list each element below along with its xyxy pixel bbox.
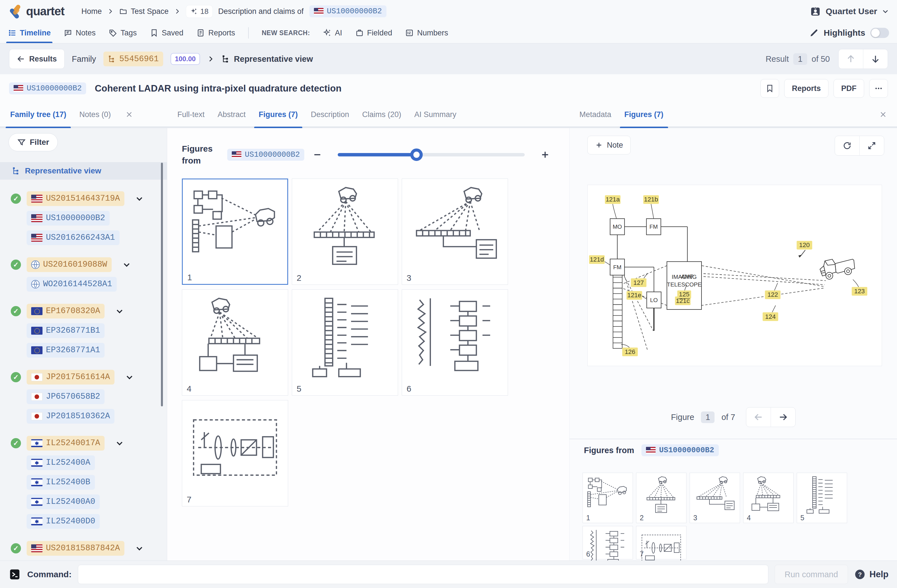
figure-thumbnail-5[interactable]: 5 bbox=[292, 289, 398, 396]
tab-abstract[interactable]: Abstract bbox=[217, 110, 246, 119]
doc-id-pill[interactable]: US10000000B2 bbox=[9, 83, 86, 94]
figure-thumbnail-1[interactable]: 1 bbox=[182, 179, 288, 285]
breadcrumb-home[interactable]: Home bbox=[81, 7, 102, 16]
patent-id-pill[interactable]: IL252400D0 bbox=[27, 514, 100, 529]
nav-fielded[interactable]: Fielded bbox=[355, 23, 392, 43]
figure-thumbnail-6[interactable]: 6 bbox=[402, 289, 508, 396]
zoom-out-icon[interactable] bbox=[312, 150, 322, 160]
tab-figures-right[interactable]: Figures (7) bbox=[625, 110, 664, 119]
add-note-button[interactable]: Note bbox=[587, 136, 631, 155]
nav-ai-search[interactable]: AI bbox=[323, 23, 342, 43]
figure-thumbnail-4[interactable]: 4 bbox=[182, 289, 288, 396]
fullscreen-button[interactable] bbox=[860, 136, 884, 155]
back-to-results-button[interactable]: Results bbox=[9, 49, 64, 69]
sidebar-scrollbar[interactable] bbox=[161, 163, 163, 406]
reports-button[interactable]: Reports bbox=[784, 79, 828, 98]
flag-eu-icon bbox=[31, 346, 43, 354]
patent-id-pill[interactable]: IL252400B bbox=[27, 475, 95, 490]
pdf-button[interactable]: PDF bbox=[834, 79, 864, 98]
patent-id-pill[interactable]: US2016266243A1 bbox=[27, 230, 119, 245]
viewer-thumbnail-1[interactable]: 1 bbox=[583, 473, 633, 523]
thumbnail-size-slider[interactable] bbox=[338, 153, 525, 156]
figure-thumbnail-7[interactable]: 7 bbox=[182, 400, 288, 506]
patent-id-pill[interactable]: EP3268771A1 bbox=[27, 343, 104, 358]
previous-result-button[interactable] bbox=[839, 49, 863, 69]
patent-id-pill[interactable]: IL252400A0 bbox=[27, 495, 100, 509]
close-right-panel-icon[interactable] bbox=[879, 111, 887, 118]
viewer-thumbnail-5[interactable]: 5 bbox=[797, 473, 847, 523]
viewer-thumbnail-4[interactable]: 4 bbox=[743, 473, 794, 523]
search-count-pill[interactable]: 18 bbox=[186, 5, 213, 18]
chevron-down-icon[interactable] bbox=[125, 373, 134, 381]
figure-thumbnail-3[interactable]: 3 bbox=[402, 179, 508, 285]
figures-panel: Figures from US10000000B2 1234567 bbox=[167, 128, 569, 560]
figures-from-label: Figures from bbox=[182, 143, 219, 167]
patent-id-pill[interactable]: US201815887842A bbox=[27, 541, 124, 556]
patent-id-pill[interactable]: JP6570658B2 bbox=[27, 389, 104, 404]
help-button[interactable]: ? Help bbox=[854, 569, 888, 580]
tab-family-tree[interactable]: Family tree (17) bbox=[10, 110, 66, 119]
tab-metadata[interactable]: Metadata bbox=[579, 110, 611, 119]
bookmark-button[interactable] bbox=[761, 79, 779, 98]
breadcrumb-doc-pill[interactable]: US10000000B2 bbox=[309, 5, 386, 17]
patent-id-pill[interactable]: JP2017561614A bbox=[27, 370, 115, 384]
patent-id-pill[interactable]: IL252400A bbox=[27, 455, 95, 470]
chevron-down-icon[interactable] bbox=[115, 307, 124, 315]
chevron-down-icon[interactable] bbox=[115, 439, 124, 447]
tab-ai-summary[interactable]: AI Summary bbox=[414, 110, 456, 119]
figure-thumbnail-2[interactable]: 2 bbox=[292, 179, 398, 285]
patent-id-pill[interactable]: US10000000B2 bbox=[27, 211, 110, 225]
patent-id-pill[interactable]: WO2016144528A1 bbox=[27, 277, 117, 292]
sidebar-representative-view[interactable]: Representative view bbox=[0, 162, 167, 180]
chevron-down-icon[interactable] bbox=[122, 260, 131, 269]
patent-id-pill[interactable]: US201514643719A bbox=[27, 191, 124, 206]
close-left-panel-icon[interactable] bbox=[126, 111, 133, 118]
patent-figure-1: MO FM FM LO AMP IMAGING TELESCOPE bbox=[588, 185, 882, 366]
viewer-doc-pill[interactable]: US10000000B2 bbox=[641, 444, 718, 456]
nav-saved[interactable]: Saved bbox=[150, 23, 184, 43]
tree-icon bbox=[222, 55, 230, 63]
viewer-thumbnail-3[interactable]: 3 bbox=[690, 473, 740, 523]
family-id-pill[interactable]: 55456961 bbox=[103, 52, 163, 66]
patent-id-pill[interactable]: IL25240017A bbox=[27, 436, 104, 450]
chevron-down-icon[interactable] bbox=[135, 544, 144, 553]
user-menu[interactable]: Quartet User bbox=[810, 6, 889, 17]
filter-button[interactable]: Filter bbox=[9, 133, 58, 151]
nav-timeline[interactable]: Timeline bbox=[8, 23, 51, 43]
nav-numbers[interactable]: Numbers bbox=[405, 23, 448, 43]
tab-description[interactable]: Description bbox=[311, 110, 349, 119]
highlights-toggle[interactable] bbox=[870, 28, 889, 38]
tab-figures[interactable]: Figures (7) bbox=[259, 110, 298, 119]
more-options-button[interactable] bbox=[869, 79, 888, 98]
flag-il-icon bbox=[31, 478, 43, 486]
patent-id-pill[interactable]: EP3268771B1 bbox=[27, 323, 104, 338]
chevron-down-icon[interactable] bbox=[135, 194, 144, 203]
viewer-thumbnail-6[interactable]: 6 bbox=[583, 526, 633, 559]
figure-canvas[interactable]: MO FM FM LO AMP IMAGING TELESCOPE bbox=[587, 185, 882, 366]
breadcrumb-space[interactable]: Test Space bbox=[119, 7, 168, 16]
next-result-button[interactable] bbox=[863, 49, 888, 69]
tab-notes[interactable]: Notes (0) bbox=[79, 110, 111, 119]
tab-claims[interactable]: Claims (20) bbox=[362, 110, 401, 119]
patent-id-pill[interactable]: US2016019088W bbox=[27, 257, 112, 272]
nav-notes[interactable]: Notes bbox=[64, 23, 96, 43]
nav-tags[interactable]: Tags bbox=[109, 23, 137, 43]
previous-figure-button[interactable] bbox=[746, 407, 771, 427]
quartet-logo[interactable]: quartet bbox=[8, 4, 64, 19]
patent-id: US201815887842A bbox=[46, 544, 120, 553]
figures-doc-pill[interactable]: US10000000B2 bbox=[227, 149, 304, 161]
zoom-in-icon[interactable] bbox=[540, 150, 550, 160]
run-command-button[interactable]: Run command bbox=[775, 565, 848, 584]
viewer-thumbnail-2[interactable]: 2 bbox=[636, 473, 686, 523]
patent-id-pill[interactable]: JP2018510362A bbox=[27, 409, 115, 424]
rotate-figure-button[interactable] bbox=[835, 136, 860, 155]
slider-handle[interactable] bbox=[410, 149, 423, 161]
nav-reports[interactable]: Reports bbox=[196, 23, 235, 43]
command-input[interactable] bbox=[78, 565, 768, 584]
patent-id-pill[interactable]: EP16708320A bbox=[27, 304, 104, 318]
tab-full-text[interactable]: Full-text bbox=[178, 110, 205, 119]
ref-121a: 121a bbox=[606, 196, 620, 203]
representative-view-crumb[interactable]: Representative view bbox=[222, 54, 313, 64]
viewer-thumbnail-7[interactable]: 7 bbox=[636, 526, 686, 559]
next-figure-button[interactable] bbox=[771, 407, 795, 427]
